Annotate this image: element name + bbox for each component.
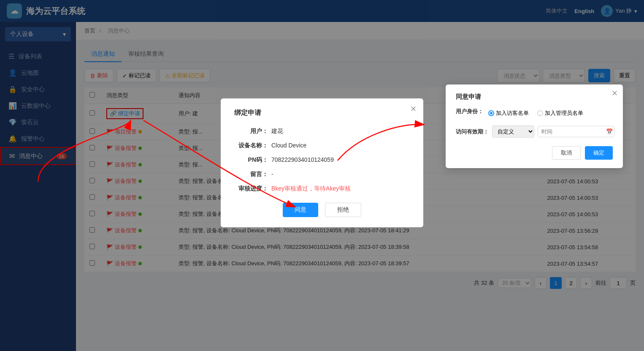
consent-user-role-field: 用户身份： 加入访客名单 加入管理员名单	[456, 108, 613, 119]
cancel-label: 取消	[561, 150, 572, 156]
visitor-radio[interactable]: 加入访客名单	[488, 109, 529, 117]
bind-modal-actions: 同意 拒绝	[234, 203, 410, 217]
reject-label: 拒绝	[337, 206, 349, 213]
bind-pn-label: PN码：	[234, 156, 268, 164]
visitor-label: 加入访客名单	[496, 109, 529, 117]
consent-modal: ✕ 同意申请 用户身份： 加入访客名单 加入管理员名单 访问有效期： 自定义 📅	[446, 84, 623, 168]
bind-user-field: 用户： 建花	[234, 128, 410, 135]
agree-btn[interactable]: 同意	[283, 203, 318, 217]
confirm-btn[interactable]: 确定	[585, 146, 613, 160]
bind-modal-title: 绑定申请	[234, 109, 410, 117]
consent-role-label: 用户身份：	[456, 108, 483, 115]
role-radio-group: 加入访客名单 加入管理员名单	[488, 109, 583, 117]
bind-modal: ✕ 绑定申请 用户： 建花 设备名称： Cloud Device PN码： 70…	[221, 98, 423, 227]
consent-actions: 取消 确定	[456, 146, 613, 160]
bind-note-label: 留言：	[234, 171, 268, 178]
bind-user-label: 用户：	[234, 128, 268, 135]
bind-note-field: 留言： -	[234, 171, 410, 178]
validity-time-input[interactable]	[538, 126, 614, 137]
consent-modal-close[interactable]: ✕	[612, 89, 618, 98]
calendar-icon: 📅	[606, 128, 613, 135]
bind-pn-value: 7082229034010124059	[271, 156, 334, 163]
validity-select[interactable]: 自定义	[492, 125, 534, 138]
modal-overlay: ✕ 绑定申请 用户： 建花 设备名称： Cloud Device PN码： 70…	[0, 0, 644, 351]
admin-label: 加入管理员名单	[545, 109, 583, 117]
bind-user-value: 建花	[271, 128, 283, 135]
bind-pn-field: PN码： 7082229034010124059	[234, 156, 410, 164]
bind-device-value: Cloud Device	[271, 142, 306, 149]
agree-label: 同意	[295, 206, 306, 213]
validity-row: 访问有效期： 自定义 📅	[456, 125, 613, 138]
confirm-label: 确定	[593, 150, 604, 156]
bind-audit-value: Bkey审核通过，等待Akey审核	[271, 185, 351, 193]
bind-audit-label: 审核进度：	[234, 185, 268, 193]
bind-audit-field: 审核进度： Bkey审核通过，等待Akey审核	[234, 185, 410, 193]
bind-device-label: 设备名称：	[234, 142, 268, 150]
cancel-btn[interactable]: 取消	[552, 146, 581, 160]
consent-modal-title: 同意申请	[456, 93, 613, 101]
validity-label: 访问有效期：	[456, 128, 489, 136]
bind-note-value: -	[271, 171, 273, 177]
bind-modal-close[interactable]: ✕	[410, 104, 417, 114]
admin-radio[interactable]: 加入管理员名单	[537, 109, 583, 117]
bind-device-field: 设备名称： Cloud Device	[234, 142, 410, 150]
visitor-radio-dot	[488, 110, 494, 116]
reject-btn[interactable]: 拒绝	[325, 203, 361, 217]
admin-radio-dot	[537, 110, 543, 116]
